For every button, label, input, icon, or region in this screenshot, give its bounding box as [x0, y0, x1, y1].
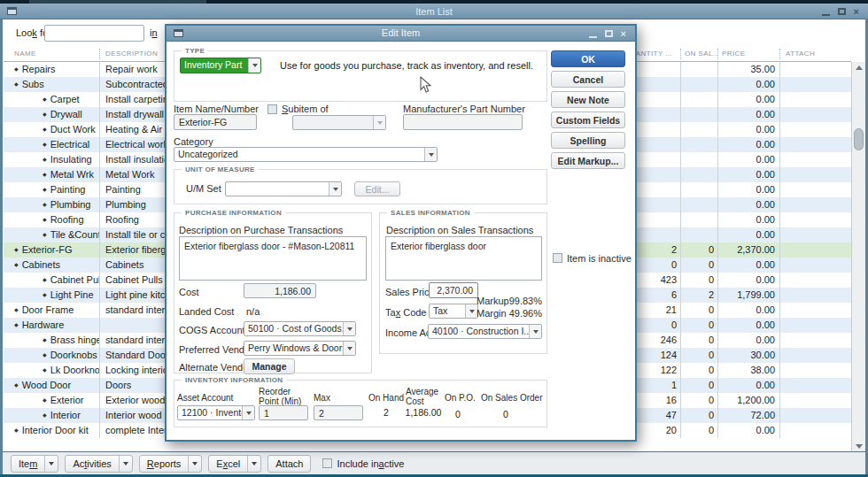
chevron-down-icon[interactable] — [248, 58, 260, 73]
include-inactive-wrap: Include inactive — [322, 458, 404, 469]
dialog-close-icon[interactable]: × — [621, 29, 626, 39]
item-name-cell: ◆Plumbing — [4, 197, 99, 212]
column-header-attach[interactable]: ATTACH — [779, 49, 851, 59]
item-onsales-cell: 0 — [680, 393, 717, 408]
item-price-cell: 0.00 — [717, 423, 779, 438]
custom-fields-button[interactable]: Custom Fields — [551, 112, 625, 128]
um-edit-button: Edit... — [354, 181, 400, 196]
scrollbar-thumb[interactable] — [854, 128, 864, 150]
scroll-up-icon[interactable] — [852, 62, 865, 73]
asset-account-header: Asset Account — [177, 393, 233, 403]
excel-button[interactable]: Excel — [208, 455, 261, 473]
ok-button[interactable]: OK — [551, 50, 625, 67]
chevron-down-icon[interactable] — [465, 304, 477, 318]
chevron-down-icon[interactable] — [343, 342, 355, 355]
item-price-cell: 0.00 — [717, 122, 779, 137]
chevron-down-icon[interactable] — [343, 322, 355, 335]
spelling-button[interactable]: Spelling — [551, 132, 625, 149]
item-name-input[interactable]: Exterior-FG — [174, 114, 257, 130]
column-header-name[interactable]: NAME — [4, 49, 99, 59]
manage-button[interactable]: Manage — [244, 358, 295, 374]
tax-code-dropdown[interactable]: Tax — [429, 304, 478, 319]
dialog-maximize-icon[interactable] — [605, 30, 613, 37]
diamond-icon: ◆ — [43, 202, 47, 207]
cogs-account-dropdown[interactable]: 50100 · Cost of Goods... — [244, 321, 356, 336]
item-price-cell: 0.00 — [717, 378, 779, 393]
new-note-button[interactable]: New Note — [551, 91, 625, 108]
preferred-vendor-dropdown[interactable]: Perry Windows & Doors — [244, 341, 356, 356]
item-attach-cell — [779, 167, 851, 182]
item-attach-cell — [779, 227, 851, 242]
type-section-label: TYPE — [182, 47, 208, 55]
minimize-icon[interactable] — [822, 14, 830, 16]
max-input[interactable]: 2 — [314, 405, 363, 420]
chevron-down-icon[interactable] — [329, 182, 341, 196]
chevron-down-icon[interactable] — [529, 325, 541, 338]
item-price-cell: 35.00 — [717, 62, 779, 77]
um-set-dropdown[interactable] — [225, 181, 342, 196]
asset-account-dropdown[interactable]: 12100 · Invento... — [177, 405, 255, 420]
window-left-border — [0, 19, 3, 474]
chevron-down-icon[interactable] — [247, 456, 260, 472]
column-header-onsales[interactable]: ON SAL... — [680, 49, 717, 59]
item-name-cell: ◆Carpet — [4, 92, 99, 107]
app-window: Item List × Look for in NAME DESCRIPTION… — [0, 0, 868, 477]
close-icon[interactable]: × — [854, 7, 859, 17]
subitem-dropdown — [292, 115, 386, 130]
item-price-cell: 0.00 — [717, 333, 779, 348]
type-dropdown[interactable]: Inventory Part — [180, 58, 261, 73]
edit-item-dialog: Edit Item × TYPE Inventory Part Use for … — [165, 24, 637, 442]
item-name-label: Item Name/Number — [174, 104, 259, 114]
edit-markup-button[interactable]: Edit Markup... — [551, 152, 625, 169]
look-for-input[interactable] — [44, 25, 144, 42]
cost-input[interactable]: 1,186.00 — [244, 283, 316, 298]
reports-button[interactable]: Reports — [139, 455, 203, 473]
item-onsales-cell — [680, 107, 717, 122]
diamond-icon: ◆ — [43, 142, 47, 147]
item-price-cell: 2,370.00 — [717, 242, 779, 258]
diamond-icon: ◆ — [43, 367, 47, 373]
chevron-down-icon — [373, 116, 385, 129]
item-button[interactable]: Item — [11, 455, 58, 473]
chevron-down-icon[interactable] — [242, 406, 254, 419]
vertical-scrollbar[interactable] — [851, 62, 865, 451]
item-onsales-cell: 0 — [680, 423, 717, 438]
include-inactive-checkbox[interactable] — [322, 458, 332, 468]
item-name-cell: ◆Cabinet Pulls — [4, 273, 99, 288]
item-name-cell: ◆Interior — [4, 408, 99, 423]
attach-button[interactable]: Attach — [267, 455, 311, 473]
scroll-down-icon[interactable] — [852, 441, 865, 451]
subitem-checkbox[interactable] — [267, 104, 277, 114]
item-onsales-cell — [680, 227, 717, 242]
item-inactive-label: Item is inactive — [567, 253, 632, 264]
reorder-point-input[interactable]: 1 — [259, 405, 308, 420]
column-header-price[interactable]: PRICE — [717, 49, 779, 59]
chevron-down-icon[interactable] — [424, 148, 437, 161]
cancel-button[interactable]: Cancel — [551, 71, 625, 88]
item-inactive-checkbox[interactable] — [553, 253, 562, 263]
chevron-down-icon[interactable] — [44, 456, 58, 472]
item-price-cell: 0.00 — [717, 318, 779, 333]
income-account-dropdown[interactable]: 40100 · Construction I... — [428, 324, 542, 339]
item-price-cell: 0.00 — [717, 197, 779, 212]
chevron-down-icon[interactable] — [188, 456, 201, 472]
mpn-input[interactable] — [403, 114, 523, 130]
diamond-icon: ◆ — [43, 172, 47, 177]
item-attach-cell — [779, 152, 851, 167]
maximize-icon[interactable] — [838, 8, 846, 15]
item-price-cell: 0.00 — [717, 303, 779, 318]
item-name-cell: ◆Painting — [4, 182, 99, 197]
item-attach-cell — [779, 197, 851, 212]
purchase-desc-textarea[interactable]: Exterior fiberglass door - #Mason-L20811 — [179, 236, 367, 281]
cost-label: Cost — [179, 287, 199, 297]
on-hand-header: On Hand — [368, 393, 404, 403]
chevron-down-icon[interactable] — [119, 456, 132, 472]
activities-button[interactable]: Activities — [65, 455, 132, 473]
dialog-minimize-icon[interactable] — [589, 36, 597, 38]
sales-price-input[interactable]: 2,370.00 — [429, 282, 478, 298]
category-dropdown[interactable]: Uncategorized — [174, 147, 438, 162]
item-onsales-cell: 0 — [680, 378, 717, 393]
item-name-cell: ◆Tile &Counter — [4, 227, 99, 242]
sales-desc-textarea[interactable]: Exterior fiberglass door — [385, 236, 542, 281]
on-po-header: On P.O. — [445, 393, 476, 403]
